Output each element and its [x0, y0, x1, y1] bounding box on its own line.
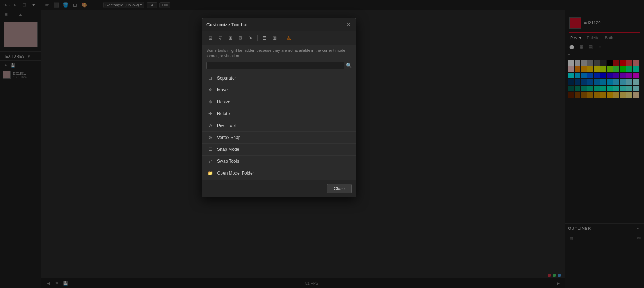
modal-tb-separator-2	[282, 35, 282, 41]
pivot-tool-label: Pivot Tool	[217, 123, 236, 128]
tb-separator-icon[interactable]: ⊟	[206, 34, 214, 42]
list-item-vertex-snap[interactable]: ⊛ Vertex Snap	[202, 132, 356, 144]
open-model-folder-icon: 📁	[207, 170, 213, 176]
vertex-snap-label: Vertex Snap	[217, 135, 240, 140]
snap-mode-label: Snap Mode	[217, 147, 239, 152]
modal-toolbar-strip: ⊟ ◱ ⊞ ⚙ ✕ ☰ ▦ ⚠	[202, 31, 356, 45]
swap-tools-label: Swap Tools	[217, 159, 239, 164]
modal-tb-separator-1	[257, 35, 258, 41]
rotate-label: Rotate	[217, 111, 230, 116]
swap-tools-icon: ⇄	[207, 158, 213, 165]
list-item-move[interactable]: ✥ Move	[202, 84, 356, 96]
list-item-swap-tools[interactable]: ⇄ Swap Tools	[202, 156, 356, 167]
modal-footer: Close	[202, 180, 356, 197]
resize-icon: ⊕	[207, 99, 213, 105]
modal-notice-text: Some tools might be hidden because they …	[202, 45, 356, 60]
list-item-open-model-folder[interactable]: 📁 Open Model Folder	[202, 167, 356, 179]
resize-label: Resize	[217, 99, 230, 104]
tb-close-icon[interactable]: ✕	[247, 34, 255, 42]
search-icon: 🔍	[346, 63, 352, 68]
rotate-icon: ✚	[207, 111, 213, 117]
tb-background-icon[interactable]: ◱	[216, 34, 224, 42]
tb-warning-icon[interactable]: ⚠	[285, 34, 293, 42]
modal-close-button[interactable]: ×	[345, 21, 352, 28]
vertex-snap-icon: ⊛	[207, 134, 213, 141]
tb-grid-icon[interactable]: ⊞	[226, 34, 234, 42]
modal-search-input[interactable]	[206, 62, 344, 69]
modal-overlay: Customize Toolbar × ⊟ ◱ ⊞ ⚙ ✕ ☰ ▦ ⚠ Some…	[0, 0, 644, 288]
modal-tool-list[interactable]: ⊟ Separator ✥ Move ⊕ Resize ✚ Rotate ⊙ P…	[202, 72, 356, 180]
list-item-rotate[interactable]: ✚ Rotate	[202, 108, 356, 120]
customize-toolbar-modal: Customize Toolbar × ⊟ ◱ ⊞ ⚙ ✕ ☰ ▦ ⚠ Some…	[202, 18, 356, 197]
list-item-pivot-tool[interactable]: ⊙ Pivot Tool	[202, 120, 356, 132]
move-label: Move	[217, 87, 228, 93]
pivot-tool-icon: ⊙	[207, 122, 213, 129]
modal-search-area: 🔍	[202, 60, 356, 72]
list-item-resize[interactable]: ⊕ Resize	[202, 96, 356, 108]
list-item-separator[interactable]: ⊟ Separator	[202, 72, 356, 84]
tb-menu-icon[interactable]: ▦	[271, 34, 279, 42]
separator-label: Separator	[217, 76, 236, 81]
open-model-folder-label: Open Model Folder	[217, 171, 254, 176]
tb-settings-icon[interactable]: ⚙	[237, 34, 244, 42]
separator-icon: ⊟	[207, 75, 213, 81]
modal-title: Customize Toolbar	[206, 22, 248, 27]
modal-close-btn[interactable]: Close	[327, 184, 352, 193]
list-item-snap-mode[interactable]: ☰ Snap Mode	[202, 144, 356, 156]
move-icon: ✥	[207, 87, 213, 93]
modal-header: Customize Toolbar ×	[202, 18, 356, 31]
tb-list-icon[interactable]: ☰	[261, 34, 269, 42]
snap-mode-icon: ☰	[207, 146, 213, 153]
